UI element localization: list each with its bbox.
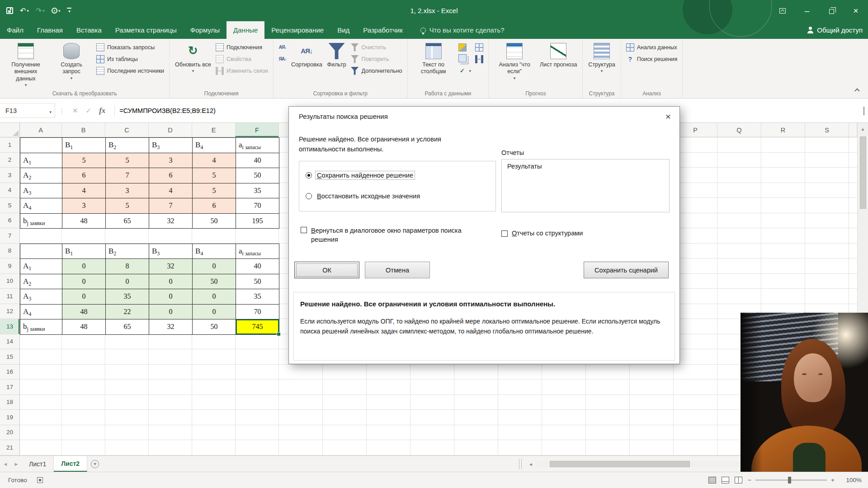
ribbon-button-поиск-решения[interactable]: ?Поиск решения xyxy=(624,53,679,65)
table-cell[interactable]: 7 xyxy=(106,168,149,183)
table-cell[interactable]: 3 xyxy=(149,153,193,169)
row-header-1[interactable]: 1 xyxy=(0,137,19,153)
table-cell[interactable]: 35 xyxy=(236,183,279,199)
save-button[interactable] xyxy=(6,7,13,14)
ribbon-button-из-таблицы[interactable]: Из таблицы xyxy=(94,53,166,65)
row-header-8[interactable]: 8 xyxy=(0,244,19,259)
column-header-f[interactable]: F xyxy=(236,123,279,137)
column-header-d[interactable]: D xyxy=(149,123,192,137)
table-cell[interactable]: 35 xyxy=(236,289,279,305)
table-cell[interactable]: 195 xyxy=(236,214,279,229)
flash-fill-button[interactable] xyxy=(457,42,473,53)
ribbon-button-сортировка[interactable]: АЯ↓Сортировка xyxy=(289,40,325,89)
column-header-p[interactable]: P xyxy=(674,123,717,137)
zoom-in-icon[interactable]: + xyxy=(831,477,835,483)
table-row-label-cell[interactable]: bj заявки xyxy=(20,214,62,229)
cancel-button[interactable]: Отмена xyxy=(365,262,430,278)
horizontal-scrollbar-thumb[interactable] xyxy=(550,461,690,467)
table-cell[interactable]: 4 xyxy=(149,183,193,199)
sort-asc-button[interactable]: АЯ↓ xyxy=(277,42,288,53)
row-header-2[interactable]: 2 xyxy=(0,153,19,168)
video-overlay[interactable] xyxy=(741,313,868,472)
new-sheet-button[interactable]: + xyxy=(87,456,103,472)
formula-bar-handle[interactable]: ⋮ xyxy=(55,107,68,114)
table-header-cell[interactable]: B1 xyxy=(62,244,106,259)
row-header-3[interactable]: 3 xyxy=(0,168,19,183)
ribbon-button-изменить-связи[interactable]: Изменить связи xyxy=(214,65,270,76)
row-header-10[interactable]: 10 xyxy=(0,274,19,289)
scroll-left-icon[interactable]: ◄ xyxy=(525,459,536,469)
customize-quick-access-button[interactable]: ▾ xyxy=(67,8,71,14)
tab-scrollbar-splitter[interactable] xyxy=(519,459,522,469)
table-cell[interactable]: 48 xyxy=(62,305,106,320)
sheet-tab-лист2[interactable]: Лист2 xyxy=(54,456,87,472)
table-cell[interactable]: 50 xyxy=(236,274,279,290)
save-scenario-button[interactable]: Сохранить сценарий xyxy=(584,262,669,278)
minimize-button[interactable]: – xyxy=(795,0,819,21)
radio-keep-solution[interactable]: Сохранить найденное решение xyxy=(306,171,415,179)
report-item-results[interactable]: Результаты xyxy=(502,160,669,173)
sheet-nav-right-icon[interactable]: ► xyxy=(11,456,22,472)
column-header-q[interactable]: Q xyxy=(717,123,761,137)
table-cell[interactable]: 65 xyxy=(106,319,149,335)
table-cell[interactable]: 40 xyxy=(236,259,279,274)
row-header-7[interactable]: 7 xyxy=(0,228,19,244)
zoom-slider[interactable] xyxy=(755,479,827,481)
table-cell[interactable]: 50 xyxy=(193,214,236,229)
table-header-cell[interactable]: B2 xyxy=(106,138,149,153)
table-cell[interactable]: 5 xyxy=(193,183,236,199)
ribbon-button-свойства[interactable]: Свойства xyxy=(214,53,270,65)
view-page-layout-icon[interactable] xyxy=(722,477,729,483)
column-header-r[interactable]: R xyxy=(761,123,805,137)
name-box[interactable]: F13 ▾ xyxy=(0,103,55,118)
redo-button[interactable]: ↷▾ xyxy=(36,6,45,15)
table-cell[interactable]: 0 xyxy=(149,305,193,320)
sheet-nav-left-icon[interactable]: ◄ xyxy=(0,456,11,472)
row-header-4[interactable]: 4 xyxy=(0,183,19,198)
ribbon-tab-рецензирование[interactable]: Рецензирование xyxy=(264,21,330,39)
ribbon-button-повторить[interactable]: Повторить xyxy=(349,53,404,65)
table-cell[interactable]: 6 xyxy=(62,168,106,183)
row-header-5[interactable]: 5 xyxy=(0,198,19,213)
ribbon-button-создать-запрос[interactable]: Создать запрос▾ xyxy=(49,40,94,89)
close-button[interactable]: × xyxy=(844,0,868,21)
zoom-percentage[interactable]: 100% xyxy=(840,477,862,483)
table-header-cell[interactable]: B3 xyxy=(149,244,193,259)
zoom-slider-thumb[interactable] xyxy=(788,477,791,483)
ribbon-button-анализ-что-если[interactable]: Анализ "что если"▾ xyxy=(492,40,537,89)
ribbon-tab-файл[interactable]: Файл xyxy=(0,21,30,39)
row-header-21[interactable]: 21 xyxy=(0,440,19,455)
table-header-cell[interactable]: B4 xyxy=(193,244,236,259)
table-cell[interactable]: 48 xyxy=(62,319,106,335)
table-row-label-cell[interactable]: A3 xyxy=(20,183,62,199)
ribbon-button-анализ-данных[interactable]: Анализ данных xyxy=(624,42,679,53)
ribbon-button-структура[interactable]: Структура▾ xyxy=(586,40,617,89)
table-cell[interactable]: 0 xyxy=(106,274,149,290)
undo-button[interactable]: ↶▾ xyxy=(20,6,29,15)
table-cell[interactable]: 3 xyxy=(62,198,106,214)
ribbon-button-последние-источники[interactable]: Последние источники xyxy=(94,65,166,76)
table-cell[interactable]: 6 xyxy=(149,168,193,183)
table-row-label-cell[interactable]: A4 xyxy=(20,198,62,214)
table-row-label-cell[interactable]: A2 xyxy=(20,168,62,183)
table-cell[interactable]: 0 xyxy=(62,289,106,305)
table-header-cell[interactable]: B3 xyxy=(149,138,193,153)
table-cell[interactable]: 5 xyxy=(193,168,236,183)
row-header-20[interactable]: 20 xyxy=(0,425,19,441)
table-cell[interactable]: 0 xyxy=(62,259,106,274)
table-cell[interactable]: 70 xyxy=(236,198,279,214)
table-header-cell[interactable]: ai запасы xyxy=(236,244,279,259)
column-header-s[interactable]: S xyxy=(805,123,849,137)
row-header-16[interactable]: 16 xyxy=(0,365,19,380)
row-header-13[interactable]: 13 xyxy=(0,319,19,334)
touch-mouse-mode-button[interactable]: ▾ xyxy=(52,8,61,14)
table-cell[interactable]: 0 xyxy=(193,289,236,305)
ribbon-tab-разметка-страницы[interactable]: Разметка страницы xyxy=(108,21,184,39)
table-cell[interactable]: 5 xyxy=(106,153,149,169)
table-cell[interactable]: 0 xyxy=(193,259,236,274)
ribbon-button-подключения[interactable]: Подключения xyxy=(214,42,270,53)
column-header-c[interactable]: C xyxy=(105,123,149,137)
data-validation-button[interactable]: ✓▾ xyxy=(457,65,473,76)
table-header-cell[interactable]: B1 xyxy=(62,138,106,153)
ribbon-button-очистить[interactable]: Очистить xyxy=(349,42,404,53)
